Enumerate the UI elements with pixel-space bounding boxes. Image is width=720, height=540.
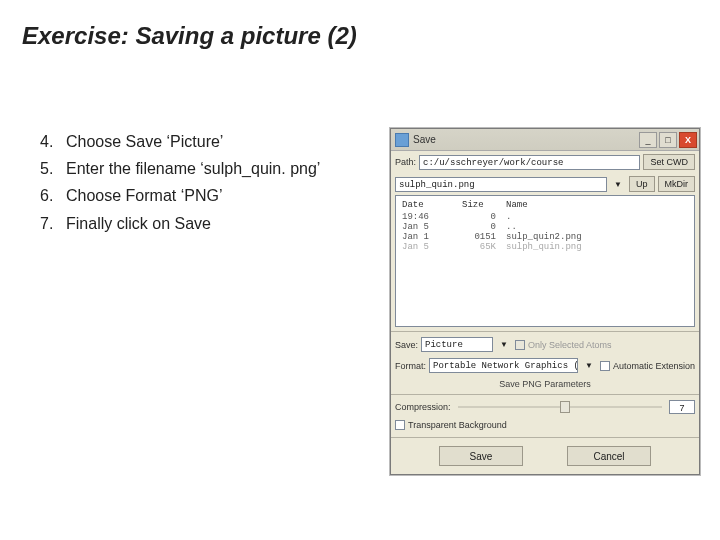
instruction-steps: 4.Choose Save ‘Picture’ 5.Enter the file… [0,128,390,475]
compression-label: Compression: [395,402,451,412]
cancel-button[interactable]: Cancel [567,446,651,466]
step-text: Enter the filename ‘sulph_quin. png’ [66,155,320,182]
step-text: Choose Save ‘Picture’ [66,128,223,155]
transparent-checkbox[interactable] [395,420,405,430]
auto-ext-label: Automatic Extension [613,361,695,371]
mkdir-button[interactable]: MkDir [658,176,696,192]
save-icon [395,133,409,147]
chevron-down-icon[interactable]: ▼ [496,340,512,349]
save-type-select[interactable]: Picture [421,337,493,352]
path-label: Path: [395,157,416,167]
save-type-label: Save: [395,340,418,350]
up-button[interactable]: Up [629,176,655,192]
save-dialog: Save _ □ X Path: c:/u/sschreyer/work/cou… [390,128,700,475]
chevron-down-icon[interactable]: ▼ [610,180,626,189]
transparent-label: Transparent Background [408,420,507,430]
slide-title: Exercise: Saving a picture (2) [0,0,720,50]
window-title: Save [413,134,639,145]
step-num: 5. [40,155,66,182]
list-item[interactable]: Jan 5 65K sulph_quin.png [402,242,688,252]
close-button[interactable]: X [679,132,697,148]
step-num: 6. [40,182,66,209]
list-item[interactable]: 19:46 0 . [402,212,688,222]
col-date: Date [402,200,462,210]
slider-thumb[interactable] [560,401,570,413]
col-name: Name [506,200,688,210]
step-text: Finally click on Save [66,210,211,237]
step-num: 4. [40,128,66,155]
minimize-button[interactable]: _ [639,132,657,148]
step-num: 7. [40,210,66,237]
filename-field[interactable]: sulph_quin.png [395,177,607,192]
step-text: Choose Format ‘PNG’ [66,182,223,209]
titlebar[interactable]: Save _ □ X [391,129,699,151]
save-button[interactable]: Save [439,446,523,466]
png-params-label: Save PNG Parameters [391,376,699,390]
file-list[interactable]: Date Size Name 19:46 0 . Jan 5 0 .. Jan … [395,195,695,327]
maximize-button[interactable]: □ [659,132,677,148]
list-item[interactable]: Jan 1 0151 sulp_quin2.png [402,232,688,242]
auto-ext-checkbox[interactable] [600,361,610,371]
only-selected-label: Only Selected Atoms [528,340,612,350]
compression-slider[interactable] [458,406,662,408]
path-field[interactable]: c:/u/sschreyer/work/course [419,155,640,170]
col-size: Size [462,200,506,210]
set-cwd-button[interactable]: Set CWD [643,154,695,170]
only-selected-checkbox [515,340,525,350]
list-item[interactable]: Jan 5 0 .. [402,222,688,232]
format-select[interactable]: Portable Network Graphics (.png) [429,358,578,373]
compression-value[interactable]: 7 [669,400,695,414]
format-label: Format: [395,361,426,371]
chevron-down-icon[interactable]: ▼ [581,361,597,370]
